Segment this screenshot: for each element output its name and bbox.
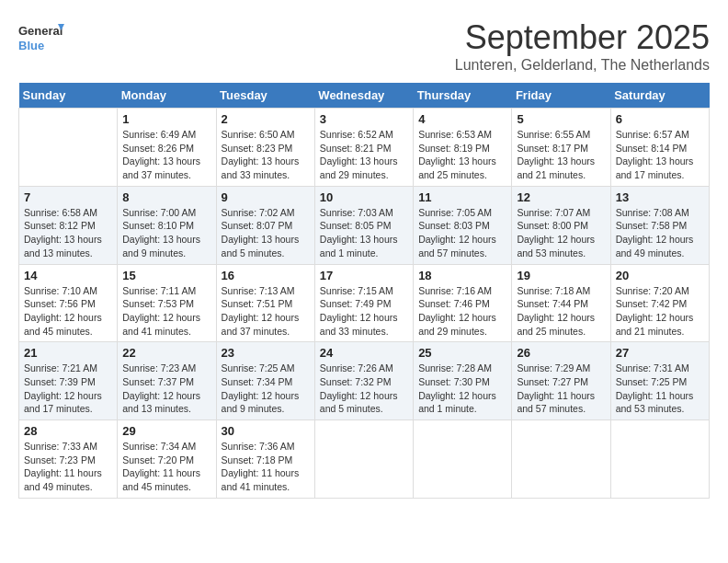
calendar-cell: 14Sunrise: 7:10 AM Sunset: 7:56 PM Dayli… xyxy=(19,264,118,342)
calendar-cell: 20Sunrise: 7:20 AM Sunset: 7:42 PM Dayli… xyxy=(610,264,709,342)
title-section: September 2025 Lunteren, Gelderland, The… xyxy=(455,18,710,74)
calendar-cell: 3Sunrise: 6:52 AM Sunset: 8:21 PM Daylig… xyxy=(314,109,413,187)
day-info: Sunrise: 6:55 AM Sunset: 8:17 PM Dayligh… xyxy=(517,128,605,182)
day-number: 3 xyxy=(320,112,408,126)
day-number: 24 xyxy=(320,346,408,360)
calendar-cell xyxy=(314,420,413,499)
calendar-cell: 8Sunrise: 7:00 AM Sunset: 8:10 PM Daylig… xyxy=(118,186,216,264)
day-number: 22 xyxy=(122,346,210,360)
calendar-cell: 27Sunrise: 7:31 AM Sunset: 7:25 PM Dayli… xyxy=(610,342,709,420)
logo: General Blue xyxy=(18,18,64,57)
day-info: Sunrise: 6:52 AM Sunset: 8:21 PM Dayligh… xyxy=(320,128,408,182)
calendar-cell: 30Sunrise: 7:36 AM Sunset: 7:18 PM Dayli… xyxy=(216,420,314,499)
day-info: Sunrise: 7:26 AM Sunset: 7:32 PM Dayligh… xyxy=(320,362,408,416)
day-number: 19 xyxy=(517,269,605,282)
day-number: 30 xyxy=(222,424,310,438)
day-number: 27 xyxy=(616,346,704,360)
week-row-3: 14Sunrise: 7:10 AM Sunset: 7:56 PM Dayli… xyxy=(19,264,710,342)
day-info: Sunrise: 7:23 AM Sunset: 7:37 PM Dayligh… xyxy=(122,362,210,416)
calendar-cell: 1Sunrise: 6:49 AM Sunset: 8:26 PM Daylig… xyxy=(118,109,216,187)
day-info: Sunrise: 7:18 AM Sunset: 7:44 PM Dayligh… xyxy=(517,284,605,339)
calendar-cell: 15Sunrise: 7:11 AM Sunset: 7:53 PM Dayli… xyxy=(118,264,216,342)
day-info: Sunrise: 6:53 AM Sunset: 8:19 PM Dayligh… xyxy=(418,128,506,182)
calendar-cell: 22Sunrise: 7:23 AM Sunset: 7:37 PM Dayli… xyxy=(118,342,216,420)
day-number: 23 xyxy=(222,346,310,360)
day-number: 16 xyxy=(222,269,310,282)
week-row-4: 21Sunrise: 7:21 AM Sunset: 7:39 PM Dayli… xyxy=(19,342,710,420)
day-number: 14 xyxy=(24,269,112,282)
day-info: Sunrise: 7:08 AM Sunset: 7:58 PM Dayligh… xyxy=(616,206,704,260)
header-monday: Monday xyxy=(118,83,216,109)
day-number: 9 xyxy=(222,190,310,204)
header-sunday: Sunday xyxy=(19,83,118,109)
week-row-2: 7Sunrise: 6:58 AM Sunset: 8:12 PM Daylig… xyxy=(19,186,710,264)
day-number: 10 xyxy=(320,190,408,204)
day-info: Sunrise: 7:33 AM Sunset: 7:23 PM Dayligh… xyxy=(24,440,112,494)
day-number: 15 xyxy=(122,269,210,282)
week-row-1: 1Sunrise: 6:49 AM Sunset: 8:26 PM Daylig… xyxy=(19,109,710,187)
calendar-cell: 18Sunrise: 7:16 AM Sunset: 7:46 PM Dayli… xyxy=(414,264,512,342)
day-info: Sunrise: 7:29 AM Sunset: 7:27 PM Dayligh… xyxy=(517,362,605,416)
location-subtitle: Lunteren, Gelderland, The Netherlands xyxy=(455,57,710,74)
day-info: Sunrise: 7:02 AM Sunset: 8:07 PM Dayligh… xyxy=(222,206,310,260)
day-number: 28 xyxy=(24,424,112,438)
day-info: Sunrise: 7:00 AM Sunset: 8:10 PM Dayligh… xyxy=(122,206,210,260)
calendar-cell: 4Sunrise: 6:53 AM Sunset: 8:19 PM Daylig… xyxy=(414,109,512,187)
calendar-cell: 16Sunrise: 7:13 AM Sunset: 7:51 PM Dayli… xyxy=(216,264,314,342)
calendar-cell: 2Sunrise: 6:50 AM Sunset: 8:23 PM Daylig… xyxy=(216,109,314,187)
day-number: 11 xyxy=(418,190,506,204)
day-info: Sunrise: 7:05 AM Sunset: 8:03 PM Dayligh… xyxy=(418,206,506,260)
day-number: 13 xyxy=(616,190,704,204)
calendar-cell: 17Sunrise: 7:15 AM Sunset: 7:49 PM Dayli… xyxy=(314,264,413,342)
day-info: Sunrise: 7:36 AM Sunset: 7:18 PM Dayligh… xyxy=(222,440,310,494)
day-number: 5 xyxy=(517,112,605,126)
day-info: Sunrise: 7:13 AM Sunset: 7:51 PM Dayligh… xyxy=(222,284,310,339)
calendar-cell: 28Sunrise: 7:33 AM Sunset: 7:23 PM Dayli… xyxy=(19,420,118,499)
month-title: September 2025 xyxy=(455,18,710,57)
day-info: Sunrise: 7:10 AM Sunset: 7:56 PM Dayligh… xyxy=(24,284,112,339)
calendar-cell: 26Sunrise: 7:29 AM Sunset: 7:27 PM Dayli… xyxy=(512,342,610,420)
calendar-cell: 12Sunrise: 7:07 AM Sunset: 8:00 PM Dayli… xyxy=(512,186,610,264)
day-number: 12 xyxy=(517,190,605,204)
calendar-cell: 13Sunrise: 7:08 AM Sunset: 7:58 PM Dayli… xyxy=(610,186,709,264)
calendar-cell: 19Sunrise: 7:18 AM Sunset: 7:44 PM Dayli… xyxy=(512,264,610,342)
day-number: 25 xyxy=(418,346,506,360)
day-number: 1 xyxy=(122,112,210,126)
day-info: Sunrise: 6:57 AM Sunset: 8:14 PM Dayligh… xyxy=(616,128,704,182)
calendar-cell: 25Sunrise: 7:28 AM Sunset: 7:30 PM Dayli… xyxy=(414,342,512,420)
svg-text:General: General xyxy=(18,24,63,38)
calendar-cell: 5Sunrise: 6:55 AM Sunset: 8:17 PM Daylig… xyxy=(512,109,610,187)
calendar-cell: 7Sunrise: 6:58 AM Sunset: 8:12 PM Daylig… xyxy=(19,186,118,264)
day-info: Sunrise: 7:25 AM Sunset: 7:34 PM Dayligh… xyxy=(222,362,310,416)
calendar-cell xyxy=(610,420,709,499)
header-friday: Friday xyxy=(512,83,610,109)
day-info: Sunrise: 7:11 AM Sunset: 7:53 PM Dayligh… xyxy=(122,284,210,339)
calendar-cell xyxy=(414,420,512,499)
calendar-cell: 6Sunrise: 6:57 AM Sunset: 8:14 PM Daylig… xyxy=(610,109,709,187)
calendar-cell: 21Sunrise: 7:21 AM Sunset: 7:39 PM Dayli… xyxy=(19,342,118,420)
day-info: Sunrise: 6:50 AM Sunset: 8:23 PM Dayligh… xyxy=(222,128,310,182)
day-info: Sunrise: 7:34 AM Sunset: 7:20 PM Dayligh… xyxy=(122,440,210,494)
day-info: Sunrise: 7:28 AM Sunset: 7:30 PM Dayligh… xyxy=(418,362,506,416)
day-number: 26 xyxy=(517,346,605,360)
day-info: Sunrise: 7:15 AM Sunset: 7:49 PM Dayligh… xyxy=(320,284,408,339)
logo-icon: General Blue xyxy=(18,18,64,57)
calendar-cell: 29Sunrise: 7:34 AM Sunset: 7:20 PM Dayli… xyxy=(118,420,216,499)
day-info: Sunrise: 7:16 AM Sunset: 7:46 PM Dayligh… xyxy=(418,284,506,339)
day-number: 21 xyxy=(24,346,112,360)
day-number: 6 xyxy=(616,112,704,126)
day-number: 8 xyxy=(122,190,210,204)
calendar-cell: 23Sunrise: 7:25 AM Sunset: 7:34 PM Dayli… xyxy=(216,342,314,420)
day-number: 20 xyxy=(616,269,704,282)
week-row-5: 28Sunrise: 7:33 AM Sunset: 7:23 PM Dayli… xyxy=(19,420,710,499)
calendar-cell xyxy=(512,420,610,499)
day-info: Sunrise: 6:58 AM Sunset: 8:12 PM Dayligh… xyxy=(24,206,112,260)
day-info: Sunrise: 7:21 AM Sunset: 7:39 PM Dayligh… xyxy=(24,362,112,416)
header-saturday: Saturday xyxy=(610,83,709,109)
header-wednesday: Wednesday xyxy=(314,83,413,109)
header-row: SundayMondayTuesdayWednesdayThursdayFrid… xyxy=(19,83,710,109)
calendar-cell: 10Sunrise: 7:03 AM Sunset: 8:05 PM Dayli… xyxy=(314,186,413,264)
calendar-cell: 9Sunrise: 7:02 AM Sunset: 8:07 PM Daylig… xyxy=(216,186,314,264)
day-number: 2 xyxy=(222,112,310,126)
header-tuesday: Tuesday xyxy=(216,83,314,109)
